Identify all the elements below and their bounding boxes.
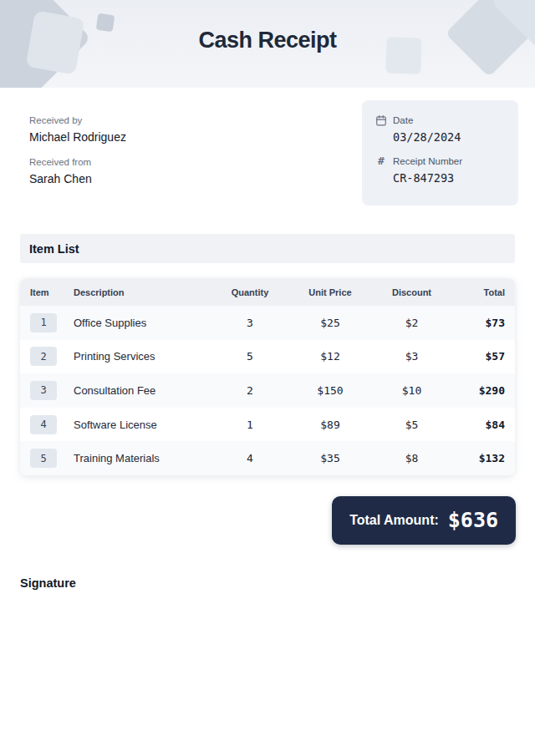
total-amount-row: Total Amount: $636 xyxy=(0,496,516,545)
received-by-label: Received by xyxy=(29,115,126,125)
table-row: 1 Office Supplies 3 $25 $2 $73 xyxy=(20,306,515,340)
received-from-label: Received from xyxy=(29,157,126,167)
col-header-total: Total xyxy=(451,287,505,297)
date-block: Date 03/28/2024 xyxy=(375,114,505,144)
total-amount-value: $636 xyxy=(448,508,498,532)
cell-unit-price: $150 xyxy=(288,384,372,397)
item-list-section-header: Item List xyxy=(20,234,515,263)
cell-unit-price: $12 xyxy=(288,350,372,363)
calendar-icon xyxy=(375,114,387,126)
cell-quantity: 4 xyxy=(211,452,288,464)
total-amount-box: Total Amount: $636 xyxy=(332,496,516,545)
col-header-quantity: Quantity xyxy=(211,287,288,297)
table-row: 3 Consultation Fee 2 $150 $10 $290 xyxy=(20,373,515,408)
cell-discount: $8 xyxy=(372,452,451,464)
cell-quantity: 5 xyxy=(211,350,288,363)
hash-icon: # xyxy=(375,155,387,167)
receipt-number-value: CR-847293 xyxy=(375,171,505,185)
signature-label: Signature xyxy=(20,576,535,590)
cell-quantity: 2 xyxy=(211,384,288,397)
item-number-badge: 2 xyxy=(30,347,57,366)
receipt-number-label: Receipt Number xyxy=(393,156,462,166)
cell-discount: $5 xyxy=(372,419,451,431)
cell-description: Software License xyxy=(74,419,211,431)
cell-total: $290 xyxy=(451,384,505,397)
cell-description: Training Materials xyxy=(74,452,211,464)
received-by-value: Michael Rodriguez xyxy=(29,130,126,144)
table-row: 2 Printing Services 5 $12 $3 $57 xyxy=(20,340,515,374)
cell-quantity: 3 xyxy=(211,317,288,329)
cell-discount: $3 xyxy=(372,350,451,363)
item-list-title: Item List xyxy=(29,242,79,256)
col-header-discount: Discount xyxy=(372,287,451,297)
cell-description: Consultation Fee xyxy=(74,384,211,397)
header-band: Cash Receipt xyxy=(0,0,535,88)
item-number-badge: 5 xyxy=(30,449,57,468)
cell-unit-price: $35 xyxy=(288,452,372,464)
table-header-row: Item Description Quantity Unit Price Dis… xyxy=(20,278,515,306)
cell-unit-price: $89 xyxy=(288,419,372,431)
table-row: 4 Software License 1 $89 $5 $84 xyxy=(20,408,515,442)
received-from-value: Sarah Chen xyxy=(29,172,126,185)
cell-total: $132 xyxy=(451,452,505,464)
col-header-description: Description xyxy=(74,287,211,297)
cell-description: Printing Services xyxy=(74,350,211,363)
date-label: Date xyxy=(393,115,413,125)
item-number-badge: 4 xyxy=(30,415,57,434)
parties-block: Received by Michael Rodriguez Received f… xyxy=(29,115,126,205)
total-amount-label: Total Amount: xyxy=(349,513,439,528)
items-table: Item Description Quantity Unit Price Dis… xyxy=(20,278,515,475)
cell-quantity: 1 xyxy=(211,419,288,431)
cell-total: $57 xyxy=(451,350,505,363)
item-number-badge: 1 xyxy=(30,313,57,332)
cell-discount: $2 xyxy=(372,317,451,329)
cell-description: Office Supplies xyxy=(74,317,211,329)
receipt-number-block: # Receipt Number CR-847293 xyxy=(375,155,505,185)
table-row: 5 Training Materials 4 $35 $8 $132 xyxy=(20,441,515,475)
cell-total: $84 xyxy=(451,419,505,431)
cell-unit-price: $25 xyxy=(288,317,372,329)
page-title: Cash Receipt xyxy=(0,0,535,53)
cell-discount: $10 xyxy=(372,384,451,397)
col-header-unit-price: Unit Price xyxy=(288,287,372,297)
cell-total: $73 xyxy=(451,317,505,329)
info-section: Received by Michael Rodriguez Received f… xyxy=(0,88,535,205)
item-number-badge: 3 xyxy=(30,381,57,400)
date-value: 03/28/2024 xyxy=(375,130,505,144)
receipt-meta-card: Date 03/28/2024 # Receipt Number CR-8472… xyxy=(362,100,518,205)
col-header-item: Item xyxy=(30,287,74,297)
